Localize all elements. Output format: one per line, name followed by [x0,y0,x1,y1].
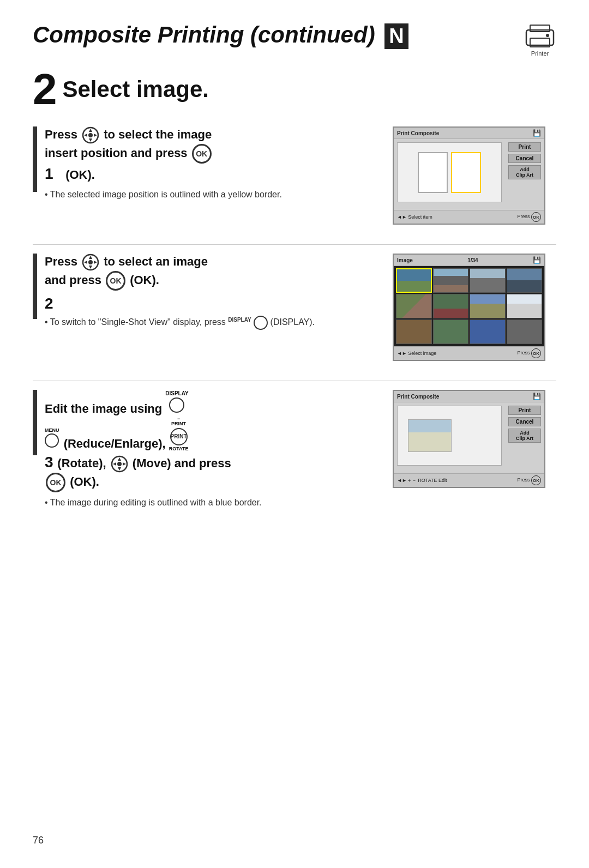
step-2-text-b: and press [45,273,105,287]
svg-marker-17 [118,457,121,461]
display-circle-3 [169,397,184,413]
step-1-ok-text: (OK). [65,168,95,182]
screen-1-btn-print: Print [508,142,541,152]
screen-2: Image 1/34 💾 [393,254,545,361]
title-n-badge: N [384,23,408,49]
screen-2-bottom-left: ◄► Select image [397,351,436,356]
screen-2-title: Image [397,257,413,263]
step-3-screen: Print Composite 💾 Print Cancel AddClip A… [393,390,556,488]
grid-cell-3 [470,268,506,293]
rotate-label-3: ROTATE [169,445,189,452]
display-icon-2 [254,316,268,330]
screen-2-topbar: Image 1/34 💾 [394,255,544,266]
step-1-row: Press [33,126,556,225]
step-2-press: Press [45,255,81,268]
step-2-instruction: Press t [33,254,393,330]
screen-1-slots [418,152,481,193]
step-1-badge: Press [33,126,382,201]
section-heading: 2 Select image. [33,68,556,111]
screen-1-slot-right [451,152,481,193]
display-btn-3: DISPLAY [165,390,188,417]
screen-3-body: Print Cancel AddClip Art [394,402,544,473]
menu-btn-3: MENU [45,427,59,452]
screen-1-title: Print Composite [397,130,439,136]
grid-cell-10 [433,320,469,344]
svg-marker-7 [84,134,87,137]
print-circle-3: PRINT [170,428,188,445]
screen-1-topbar: Print Composite 💾 [394,128,544,139]
step-2-sub: To switch to "Single-Shot View" display,… [45,316,382,330]
screen-1-main [397,142,502,202]
step-3-reduce: (Reduce/Enlarge), [64,437,169,450]
step-2-bar [33,254,37,319]
step-2-row: Press t [33,254,556,361]
header: Composite Printing (continued) N Printer [33,22,556,57]
step-2-screen: Image 1/34 💾 [393,254,556,361]
step-3-edit: Edit the image using [45,402,165,415]
menu-circle-3 [45,433,59,448]
section-number: 2 [33,68,57,111]
step-1-text: Press [45,126,382,184]
screen-1-btn-cancel: Cancel [508,154,541,163]
screen-3-btn-print: Print [508,406,541,415]
step-3-rotate: (Rotate), [57,456,109,470]
screen-3-title: Print Composite [397,394,439,400]
screen-2-icon: 💾 [533,256,541,264]
step-2-text-a: to select an image [104,255,208,268]
step-3-badge: Edit the image using DISPLAY MENU (Reduc… [33,390,382,509]
svg-point-9 [88,133,93,137]
screen-1-bottombar: ◄► Select item Press OK [394,210,544,224]
grid-cell-11 [470,320,506,344]
grid-cell-5 [396,294,432,318]
screen-3-main [397,406,502,466]
screen-3-btn-cancel: Cancel [508,417,541,426]
step-1-instruction: Press [33,126,393,201]
grid-cell-2 [433,268,469,293]
step-1-bar [33,126,37,192]
screen-3-bottom-right: Press OK [517,475,541,485]
svg-marker-12 [89,266,92,269]
nav-cross-icon-3 [111,455,128,473]
divider-1 [33,244,556,245]
page: Composite Printing (continued) N Printer… [0,0,589,868]
step-3-sub: The image during editing is outlined wit… [45,497,382,509]
svg-point-15 [88,260,93,264]
grid-cell-4 [507,268,543,293]
grid-cell-12 [507,320,543,344]
screen-1-body: Print Cancel AddClip Art [394,139,544,210]
step-3-num: 3 [45,454,57,471]
display-sup-2: DISPLAY [228,317,251,323]
screen-3-buttons: Print Cancel AddClip Art [508,406,541,443]
printer-label: Printer [531,50,549,57]
screen-1-btn-add: AddClip Art [508,165,541,179]
grid-cell-8 [507,294,543,318]
screen-1-bottom-right: Press OK [517,212,541,222]
screen-1-slot-left [418,152,448,193]
ok-badge-2: OK [531,348,541,358]
svg-marker-13 [84,261,87,264]
step-3-content: Edit the image using DISPLAY MENU (Reduc… [45,390,382,509]
step-3-instruction: Edit the image using DISPLAY MENU (Reduc… [33,390,393,509]
display-sup-3: DISPLAY [165,390,188,397]
title-text: Composite Printing (continued) [33,22,375,47]
grid-cell-7 [470,294,506,318]
edit-thumbnail [408,419,452,452]
step-2-text-c: (OK). [130,273,159,287]
screen-1: Print Composite 💾 Print Cancel [393,126,545,225]
screen-3: Print Composite 💾 Print Cancel AddClip A… [393,390,545,488]
svg-marker-6 [89,138,92,142]
page-title: Composite Printing (continued) N [33,22,408,49]
svg-marker-19 [113,462,116,466]
screen-1-bottom-left: ◄► Select item [397,214,432,220]
divider-2 [33,381,556,381]
step-3-move: (Move) and press [133,456,231,470]
screen-3-bottombar: ◄►＋－ ROTATE Edit Press OK [394,473,544,487]
screen-3-bottom-left: ◄►＋－ ROTATE Edit [397,477,447,484]
step-2-num: 2 [45,295,53,312]
svg-marker-20 [123,462,126,466]
svg-marker-8 [94,134,97,137]
ok-circle-1: OK [192,144,212,164]
step-3-ok-text: (OK). [70,475,99,489]
screen-2-count: 1/34 [467,257,478,263]
grid-cell-9 [396,320,432,344]
